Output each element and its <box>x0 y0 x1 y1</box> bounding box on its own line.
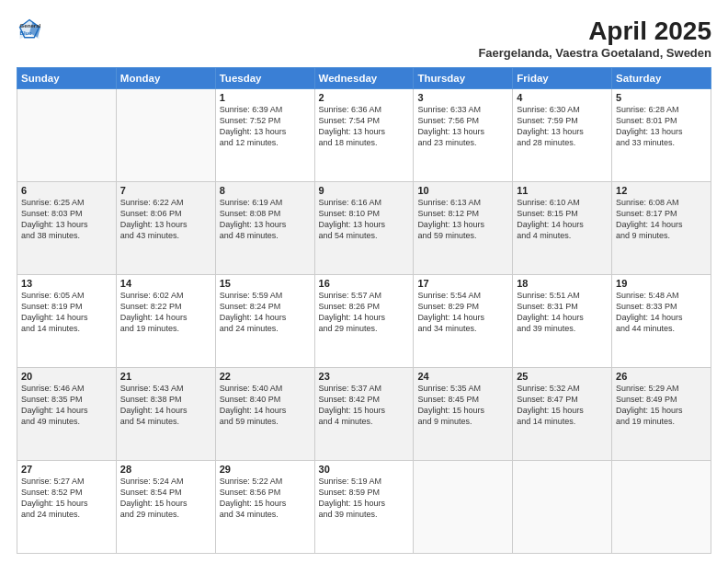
day-number: 1 <box>220 92 311 103</box>
calendar-cell: 16Sunrise: 5:57 AM Sunset: 8:26 PM Dayli… <box>314 275 414 368</box>
day-info: Sunrise: 5:19 AM Sunset: 8:59 PM Dayligh… <box>319 476 410 521</box>
day-number: 14 <box>120 278 211 289</box>
day-number: 2 <box>319 92 410 103</box>
calendar-cell: 22Sunrise: 5:40 AM Sunset: 8:40 PM Dayli… <box>215 368 314 461</box>
calendar-cell: 9Sunrise: 6:16 AM Sunset: 8:10 PM Daylig… <box>314 182 414 275</box>
calendar-cell: 20Sunrise: 5:46 AM Sunset: 8:35 PM Dayli… <box>17 368 117 461</box>
day-number: 28 <box>120 464 211 475</box>
day-info: Sunrise: 5:54 AM Sunset: 8:29 PM Dayligh… <box>417 290 508 335</box>
day-info: Sunrise: 6:10 AM Sunset: 8:15 PM Dayligh… <box>517 197 608 242</box>
day-number: 17 <box>417 278 508 289</box>
day-number: 30 <box>319 464 410 475</box>
day-info: Sunrise: 6:13 AM Sunset: 8:12 PM Dayligh… <box>417 197 508 242</box>
calendar-cell <box>116 89 215 182</box>
day-info: Sunrise: 6:16 AM Sunset: 8:10 PM Dayligh… <box>319 197 410 242</box>
day-info: Sunrise: 5:51 AM Sunset: 8:31 PM Dayligh… <box>517 290 608 335</box>
page: General Blue April 2025 Faergelanda, Vae… <box>0 0 728 563</box>
day-info: Sunrise: 6:30 AM Sunset: 7:59 PM Dayligh… <box>517 104 608 149</box>
title-location: Faergelanda, Vaestra Goetaland, Sweden <box>478 46 711 60</box>
day-number: 4 <box>517 92 608 103</box>
day-info: Sunrise: 5:27 AM Sunset: 8:52 PM Dayligh… <box>21 476 112 521</box>
calendar-cell: 18Sunrise: 5:51 AM Sunset: 8:31 PM Dayli… <box>513 275 612 368</box>
day-info: Sunrise: 6:08 AM Sunset: 8:17 PM Dayligh… <box>616 197 707 242</box>
calendar-cell: 19Sunrise: 5:48 AM Sunset: 8:33 PM Dayli… <box>612 275 711 368</box>
day-info: Sunrise: 6:39 AM Sunset: 7:52 PM Dayligh… <box>220 104 311 149</box>
day-number: 22 <box>220 371 311 382</box>
day-number: 7 <box>120 185 211 196</box>
calendar-cell: 23Sunrise: 5:37 AM Sunset: 8:42 PM Dayli… <box>314 368 414 461</box>
calendar-cell: 10Sunrise: 6:13 AM Sunset: 8:12 PM Dayli… <box>414 182 513 275</box>
day-info: Sunrise: 5:46 AM Sunset: 8:35 PM Dayligh… <box>21 383 112 428</box>
day-info: Sunrise: 6:28 AM Sunset: 8:01 PM Dayligh… <box>616 104 707 149</box>
day-number: 26 <box>616 371 707 382</box>
calendar-cell: 14Sunrise: 6:02 AM Sunset: 8:22 PM Dayli… <box>116 275 215 368</box>
day-number: 20 <box>21 371 112 382</box>
day-number: 3 <box>417 92 508 103</box>
day-number: 10 <box>417 185 508 196</box>
title-block: April 2025 Faergelanda, Vaestra Goetalan… <box>478 17 711 60</box>
calendar-week-row: 27Sunrise: 5:27 AM Sunset: 8:52 PM Dayli… <box>17 461 711 554</box>
day-info: Sunrise: 5:57 AM Sunset: 8:26 PM Dayligh… <box>319 290 410 335</box>
calendar-cell: 1Sunrise: 6:39 AM Sunset: 7:52 PM Daylig… <box>215 89 314 182</box>
day-info: Sunrise: 5:35 AM Sunset: 8:45 PM Dayligh… <box>417 383 508 428</box>
logo-icon: General Blue <box>17 17 42 42</box>
calendar-cell: 15Sunrise: 5:59 AM Sunset: 8:24 PM Dayli… <box>215 275 314 368</box>
day-info: Sunrise: 5:43 AM Sunset: 8:38 PM Dayligh… <box>120 383 211 428</box>
calendar-week-row: 13Sunrise: 6:05 AM Sunset: 8:19 PM Dayli… <box>17 275 711 368</box>
calendar-cell: 13Sunrise: 6:05 AM Sunset: 8:19 PM Dayli… <box>17 275 117 368</box>
calendar-week-row: 20Sunrise: 5:46 AM Sunset: 8:35 PM Dayli… <box>17 368 711 461</box>
day-of-week-header: Friday <box>513 68 612 89</box>
calendar-cell <box>513 461 612 554</box>
day-info: Sunrise: 6:05 AM Sunset: 8:19 PM Dayligh… <box>21 290 112 335</box>
day-of-week-header: Sunday <box>17 68 117 89</box>
calendar-cell <box>414 461 513 554</box>
day-of-week-header: Saturday <box>612 68 711 89</box>
day-of-week-header: Tuesday <box>215 68 314 89</box>
day-number: 6 <box>21 185 112 196</box>
header: General Blue April 2025 Faergelanda, Vae… <box>17 17 711 60</box>
day-number: 23 <box>319 371 410 382</box>
logo: General Blue <box>17 17 42 42</box>
day-number: 13 <box>21 278 112 289</box>
day-number: 18 <box>517 278 608 289</box>
day-number: 21 <box>120 371 211 382</box>
calendar-cell: 25Sunrise: 5:32 AM Sunset: 8:47 PM Dayli… <box>513 368 612 461</box>
day-of-week-header: Thursday <box>414 68 513 89</box>
calendar-cell: 8Sunrise: 6:19 AM Sunset: 8:08 PM Daylig… <box>215 182 314 275</box>
day-number: 24 <box>417 371 508 382</box>
day-info: Sunrise: 5:40 AM Sunset: 8:40 PM Dayligh… <box>220 383 311 428</box>
calendar-cell <box>612 461 711 554</box>
day-info: Sunrise: 5:24 AM Sunset: 8:54 PM Dayligh… <box>120 476 211 521</box>
day-number: 9 <box>319 185 410 196</box>
day-number: 25 <box>517 371 608 382</box>
calendar-cell: 11Sunrise: 6:10 AM Sunset: 8:15 PM Dayli… <box>513 182 612 275</box>
day-number: 5 <box>616 92 707 103</box>
calendar-week-row: 1Sunrise: 6:39 AM Sunset: 7:52 PM Daylig… <box>17 89 711 182</box>
day-number: 8 <box>220 185 311 196</box>
day-number: 11 <box>517 185 608 196</box>
calendar-cell: 30Sunrise: 5:19 AM Sunset: 8:59 PM Dayli… <box>314 461 414 554</box>
calendar-cell: 2Sunrise: 6:36 AM Sunset: 7:54 PM Daylig… <box>314 89 414 182</box>
title-month: April 2025 <box>478 17 711 46</box>
day-info: Sunrise: 6:22 AM Sunset: 8:06 PM Dayligh… <box>120 197 211 242</box>
calendar-table: SundayMondayTuesdayWednesdayThursdayFrid… <box>17 67 711 554</box>
calendar-cell: 12Sunrise: 6:08 AM Sunset: 8:17 PM Dayli… <box>612 182 711 275</box>
calendar-week-row: 6Sunrise: 6:25 AM Sunset: 8:03 PM Daylig… <box>17 182 711 275</box>
calendar-cell: 21Sunrise: 5:43 AM Sunset: 8:38 PM Dayli… <box>116 368 215 461</box>
svg-text:Blue: Blue <box>20 29 33 36</box>
day-number: 29 <box>220 464 311 475</box>
day-info: Sunrise: 5:59 AM Sunset: 8:24 PM Dayligh… <box>220 290 311 335</box>
day-number: 12 <box>616 185 707 196</box>
svg-text:General: General <box>20 22 41 29</box>
day-info: Sunrise: 6:02 AM Sunset: 8:22 PM Dayligh… <box>120 290 211 335</box>
calendar-cell: 27Sunrise: 5:27 AM Sunset: 8:52 PM Dayli… <box>17 461 117 554</box>
calendar-cell: 28Sunrise: 5:24 AM Sunset: 8:54 PM Dayli… <box>116 461 215 554</box>
day-number: 27 <box>21 464 112 475</box>
day-info: Sunrise: 6:25 AM Sunset: 8:03 PM Dayligh… <box>21 197 112 242</box>
day-number: 16 <box>319 278 410 289</box>
day-number: 15 <box>220 278 311 289</box>
calendar-cell: 4Sunrise: 6:30 AM Sunset: 7:59 PM Daylig… <box>513 89 612 182</box>
calendar-cell: 29Sunrise: 5:22 AM Sunset: 8:56 PM Dayli… <box>215 461 314 554</box>
day-info: Sunrise: 5:37 AM Sunset: 8:42 PM Dayligh… <box>319 383 410 428</box>
calendar-cell: 7Sunrise: 6:22 AM Sunset: 8:06 PM Daylig… <box>116 182 215 275</box>
